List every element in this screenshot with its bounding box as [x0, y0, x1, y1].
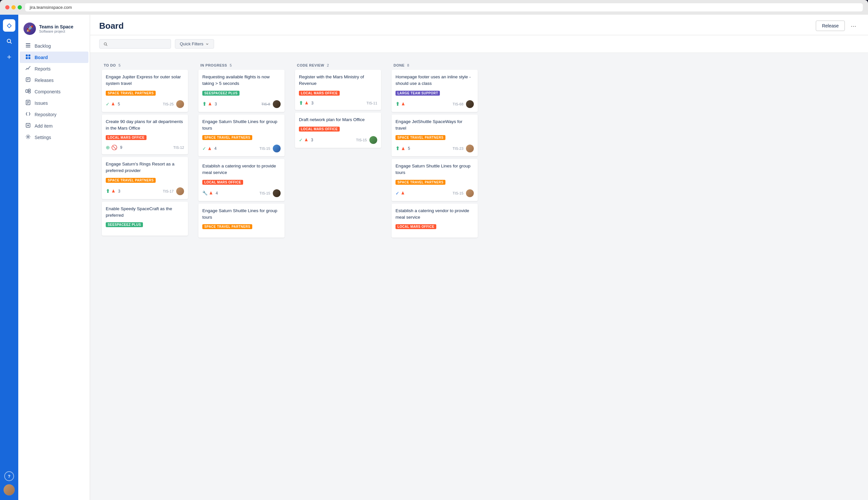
card-label: LOCAL MARS OFFICE: [299, 91, 340, 95]
quick-filters-label: Quick Filters: [180, 42, 203, 46]
release-button[interactable]: Release: [816, 21, 845, 31]
sidebar-item-add-item[interactable]: Add item: [20, 120, 89, 132]
column-done: DONE8 Homepage footer uses an inline sty…: [389, 59, 480, 493]
project-avatar: 🚀: [23, 23, 36, 35]
add-icon: ⬆: [106, 188, 110, 194]
sidebar-item-releases[interactable]: Releases: [20, 75, 89, 86]
search-box[interactable]: [99, 39, 171, 49]
card-meta: ⬆ 3: [202, 101, 217, 107]
priority-icon: [111, 189, 115, 193]
card-icons: ⬆: [202, 101, 212, 107]
card-footer: 🔧 4 TIS-15: [202, 189, 281, 197]
card-right: TIS-8: [261, 100, 281, 108]
main-content: Board Release ··· Quick Filters TO DO5 E…: [90, 15, 868, 500]
column-codereview: CODE REVIEW2 Register with the Mars Mini…: [293, 59, 384, 493]
card-right: TIS-11: [366, 101, 377, 105]
add-icon: ⬆: [396, 146, 400, 151]
search-input[interactable]: [110, 42, 167, 46]
browser-chrome: jira.teamsinspace.com: [0, 0, 868, 15]
more-options-button[interactable]: ···: [848, 21, 859, 31]
card-title: Engage Jupiter Express for outer solar s…: [106, 74, 184, 87]
card-icons: ⬆: [106, 188, 115, 194]
card-title: Establish a catering vendor to provide m…: [396, 207, 474, 221]
sidebar-nav: 🚀 Teams in Space Software project Backlo…: [18, 15, 90, 500]
sidebar-item-settings[interactable]: Settings: [20, 132, 89, 143]
project-type: Software project: [39, 30, 73, 33]
user-avatar-icon[interactable]: [3, 484, 15, 496]
check-icon: ✓: [106, 102, 110, 107]
sidebar-item-issues[interactable]: Issues: [20, 97, 89, 109]
card-id: TIS-17: [163, 189, 174, 193]
global-create-icon[interactable]: ＋: [3, 50, 15, 63]
card[interactable]: Engage Saturn Shuttle Lines for group to…: [198, 115, 285, 157]
card[interactable]: Engage Saturn's Rings Resort as a prefer…: [102, 157, 188, 199]
sidebar-icons: ◇ ＋ ?: [0, 15, 18, 500]
card[interactable]: Requesting available flights is now taki…: [198, 70, 285, 112]
svg-rect-3: [26, 45, 30, 46]
card[interactable]: Register with the Mars Ministry of Reven…: [295, 70, 381, 110]
help-icon[interactable]: ?: [4, 471, 14, 481]
card[interactable]: Establish a catering vendor to provide m…: [198, 159, 285, 201]
card-label: SPACE TRAVEL PARTNERS: [202, 224, 252, 229]
card-icons: ✓: [299, 137, 308, 143]
svg-rect-13: [28, 89, 30, 91]
card-label: SPACE TRAVEL PARTNERS: [396, 135, 445, 140]
chevron-down-icon: [205, 42, 209, 46]
board-label: Board: [35, 55, 48, 60]
global-search-icon[interactable]: [3, 35, 15, 47]
card[interactable]: Engage Saturn Shuttle Lines for group to…: [391, 159, 478, 201]
project-info: Teams in Space Software project: [39, 24, 73, 33]
app-logo[interactable]: ◇: [3, 19, 15, 32]
sidebar-item-components[interactable]: Components: [20, 86, 89, 97]
svg-rect-4: [26, 47, 30, 47]
card-right: TIS-68: [453, 100, 474, 108]
card[interactable]: Draft network plan for Mars Office LOCAL…: [295, 113, 381, 148]
card-title: Engage Saturn Shuttle Lines for group to…: [396, 163, 474, 176]
card-id: TIS-8: [261, 102, 270, 106]
dot-red[interactable]: [5, 5, 10, 10]
priority-icon: [304, 138, 308, 142]
priority-icon: [401, 147, 405, 151]
project-name: Teams in Space: [39, 24, 73, 30]
dot-green[interactable]: [18, 5, 22, 10]
card-footer: ✓ 3 TIS-15: [299, 136, 377, 144]
sidebar-item-board[interactable]: Board: [20, 52, 89, 63]
card-avatar: [273, 145, 281, 152]
board-container: TO DO5 Engage Jupiter Express for outer …: [90, 53, 868, 500]
quick-filters-button[interactable]: Quick Filters: [175, 39, 214, 49]
board: TO DO5 Engage Jupiter Express for outer …: [99, 59, 859, 493]
settings-icon: [25, 134, 31, 140]
card-avatar: [273, 189, 281, 197]
card-count: 3: [311, 138, 313, 142]
svg-line-24: [106, 45, 107, 46]
issues-label: Issues: [35, 101, 48, 106]
card-footer: ⊕🚫 9 TIS-12: [106, 145, 184, 150]
svg-point-22: [27, 136, 29, 138]
dot-yellow[interactable]: [11, 5, 16, 10]
add-item-icon: [25, 123, 31, 129]
card-right: TIS-17: [163, 188, 184, 195]
app-container: ◇ ＋ ? 🚀 Teams in Space Software project …: [0, 15, 868, 500]
card[interactable]: Engage Jupiter Express for outer solar s…: [102, 70, 188, 112]
card[interactable]: Homepage footer uses an inline style - s…: [391, 70, 478, 112]
card-id: TIS-68: [453, 102, 464, 106]
header-actions: Release ···: [816, 21, 859, 31]
sidebar-item-backlog[interactable]: Backlog: [20, 40, 89, 52]
card-count: 4: [214, 146, 217, 151]
sidebar-item-reports[interactable]: Reports: [20, 63, 89, 75]
settings-label: Settings: [35, 135, 51, 140]
card[interactable]: Establish a catering vendor to provide m…: [391, 204, 478, 238]
card[interactable]: Engage JetShuttle SpaceWays for travel S…: [391, 115, 478, 157]
components-label: Components: [35, 89, 60, 94]
card-right: TIS-15: [260, 189, 281, 197]
card-title: Draft network plan for Mars Office: [299, 116, 377, 123]
sidebar-item-repository[interactable]: Repository: [20, 109, 89, 120]
card[interactable]: Engage Saturn Shuttle Lines for group to…: [198, 204, 285, 238]
card[interactable]: Enable Speedy SpaceCraft as the preferre…: [102, 202, 188, 236]
card-title: Engage Saturn's Rings Resort as a prefer…: [106, 161, 184, 174]
toolbar: Quick Filters: [90, 35, 868, 53]
card-footer: ⬆ TIS-68: [396, 100, 474, 108]
card[interactable]: Create 90 day plans for all departments …: [102, 115, 188, 155]
address-bar[interactable]: jira.teamsinspace.com: [25, 3, 863, 11]
column-title-codereview: CODE REVIEW: [297, 63, 324, 67]
